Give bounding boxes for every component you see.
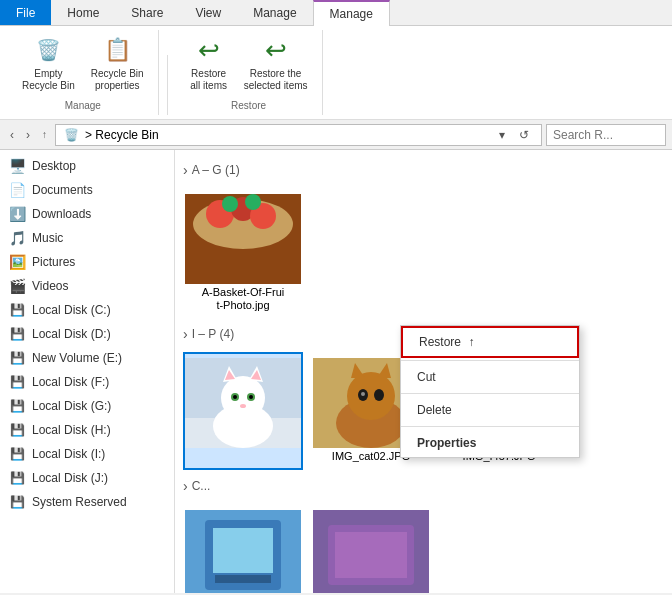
- context-menu-restore[interactable]: Restore ↑: [401, 326, 579, 358]
- sidebar-item-label: Local Disk (I:): [32, 447, 105, 461]
- cat-white-image: [185, 358, 301, 448]
- sidebar-item-new-volume-e[interactable]: 💾 New Volume (E:): [0, 346, 174, 370]
- properties-label: Properties: [417, 436, 476, 450]
- new-volume-e-icon: 💾: [8, 349, 26, 367]
- restore-selected-label: Restore theselected items: [244, 68, 308, 92]
- manage-group-label: Manage: [65, 100, 101, 111]
- sidebar-item-local-disk-j[interactable]: 💾 Local Disk (J:): [0, 466, 174, 490]
- local-disk-h-icon: 💾: [8, 421, 26, 439]
- ribbon-separator-1: [167, 55, 168, 115]
- tab-file[interactable]: File: [0, 0, 51, 25]
- sidebar-item-desktop[interactable]: 🖥️ Desktop: [0, 154, 174, 178]
- thumb-item-purple[interactable]: [311, 504, 431, 593]
- purple-image: [313, 510, 429, 593]
- cursor-indicator: ↑: [468, 335, 474, 349]
- cut-label: Cut: [417, 370, 436, 384]
- back-button[interactable]: ‹: [6, 126, 18, 144]
- sidebar-item-music[interactable]: 🎵 Music: [0, 226, 174, 250]
- address-bar: ‹ › ↑ 🗑️ > Recycle Bin ▾ ↺: [0, 120, 672, 150]
- forward-button[interactable]: ›: [22, 126, 34, 144]
- svg-point-18: [249, 395, 253, 399]
- downloads-icon: ⬇️: [8, 205, 26, 223]
- cat-white-svg: [185, 358, 301, 448]
- sidebar-item-documents[interactable]: 📄 Documents: [0, 178, 174, 202]
- separator-3: [401, 426, 579, 427]
- tab-manage2[interactable]: Manage: [313, 0, 390, 26]
- thumbnails-ag: A-Basket-Of-Fruit-Photo.jpg: [183, 184, 664, 322]
- empty-recycle-bin-button[interactable]: 🗑️ EmptyRecycle Bin: [16, 30, 81, 96]
- sidebar-item-local-disk-d[interactable]: 💾 Local Disk (D:): [0, 322, 174, 346]
- ribbon-restore-buttons: ↩ Restoreall items ↩ Restore theselected…: [184, 30, 314, 96]
- context-menu-properties[interactable]: Properties: [401, 429, 579, 457]
- svg-point-10: [221, 376, 265, 420]
- section-label-ip: I – P (4): [192, 327, 234, 341]
- empty-recycle-bin-icon: 🗑️: [32, 34, 64, 66]
- section-label-c: C...: [192, 479, 211, 493]
- restore-selected-button[interactable]: ↩ Restore theselected items: [238, 30, 314, 96]
- thumbnails-c: [183, 500, 664, 593]
- ribbon-content: 🗑️ EmptyRecycle Bin 📋 Recycle Binpropert…: [0, 26, 672, 119]
- sidebar-item-local-disk-g[interactable]: 💾 Local Disk (G:): [0, 394, 174, 418]
- sidebar-item-system-reserved[interactable]: 💾 System Reserved: [0, 490, 174, 514]
- svg-rect-39: [213, 528, 273, 573]
- tab-view[interactable]: View: [179, 0, 237, 25]
- main-layout: 🖥️ Desktop 📄 Documents ⬇️ Downloads 🎵 Mu…: [0, 150, 672, 593]
- address-path[interactable]: 🗑️ > Recycle Bin ▾ ↺: [55, 124, 542, 146]
- desktop-icon: 🖥️: [8, 157, 26, 175]
- thumb-item-android[interactable]: [183, 504, 303, 593]
- sidebar-item-label: Local Disk (G:): [32, 399, 111, 413]
- tab-share[interactable]: Share: [115, 0, 179, 25]
- svg-point-17: [233, 395, 237, 399]
- path-icon: 🗑️: [64, 128, 79, 142]
- restore-all-label: Restoreall items: [190, 68, 227, 92]
- restore-selected-icon: ↩: [260, 34, 292, 66]
- restore-all-items-button[interactable]: ↩ Restoreall items: [184, 30, 234, 96]
- sidebar-item-videos[interactable]: 🎬 Videos: [0, 274, 174, 298]
- sidebar-item-downloads[interactable]: ⬇️ Downloads: [0, 202, 174, 226]
- svg-point-26: [374, 389, 384, 401]
- thumb-item-cat-white[interactable]: [183, 352, 303, 469]
- sidebar-item-local-disk-f[interactable]: 💾 Local Disk (F:): [0, 370, 174, 394]
- sidebar-item-label: Videos: [32, 279, 68, 293]
- svg-point-5: [222, 196, 238, 212]
- fruit-image: [185, 194, 301, 284]
- path-dropdown[interactable]: ▾: [495, 126, 509, 144]
- sidebar-item-local-disk-i[interactable]: 💾 Local Disk (I:): [0, 442, 174, 466]
- sidebar-item-label: New Volume (E:): [32, 351, 122, 365]
- android-image: [185, 510, 301, 593]
- tab-manage1[interactable]: Manage: [237, 0, 312, 25]
- restore-group-label: Restore: [231, 100, 266, 111]
- tab-home[interactable]: Home: [51, 0, 115, 25]
- refresh-button[interactable]: ↺: [515, 126, 533, 144]
- ribbon: File Home Share View Manage Manage 🗑️ Em…: [0, 0, 672, 120]
- up-button[interactable]: ↑: [38, 127, 51, 142]
- videos-icon: 🎬: [8, 277, 26, 295]
- sidebar-item-local-disk-h[interactable]: 💾 Local Disk (H:): [0, 418, 174, 442]
- recycle-bin-properties-icon: 📋: [101, 34, 133, 66]
- sidebar-item-label: Music: [32, 231, 63, 245]
- sidebar-item-label: Local Disk (F:): [32, 375, 109, 389]
- delete-label: Delete: [417, 403, 452, 417]
- local-disk-g-icon: 💾: [8, 397, 26, 415]
- sidebar-item-label: Documents: [32, 183, 93, 197]
- sidebar-item-pictures[interactable]: 🖼️ Pictures: [0, 250, 174, 274]
- sidebar-item-label: System Reserved: [32, 495, 127, 509]
- separator-1: [401, 360, 579, 361]
- local-disk-j-icon: 💾: [8, 469, 26, 487]
- local-disk-f-icon: 💾: [8, 373, 26, 391]
- svg-rect-43: [335, 532, 407, 578]
- recycle-bin-properties-button[interactable]: 📋 Recycle Binproperties: [85, 30, 150, 96]
- restore-label: Restore: [419, 335, 461, 349]
- section-label-ag: A – G (1): [192, 163, 240, 177]
- purple-svg: [313, 510, 429, 593]
- local-disk-i-icon: 💾: [8, 445, 26, 463]
- section-header-c: C...: [183, 474, 664, 500]
- context-menu-cut[interactable]: Cut: [401, 363, 579, 391]
- context-menu-delete[interactable]: Delete: [401, 396, 579, 424]
- thumb-item-fruit[interactable]: A-Basket-Of-Fruit-Photo.jpg: [183, 188, 303, 318]
- path-text: > Recycle Bin: [85, 128, 159, 142]
- local-disk-d-icon: 💾: [8, 325, 26, 343]
- restore-all-icon: ↩: [193, 34, 225, 66]
- search-input[interactable]: [546, 124, 666, 146]
- sidebar-item-local-disk-c[interactable]: 💾 Local Disk (C:): [0, 298, 174, 322]
